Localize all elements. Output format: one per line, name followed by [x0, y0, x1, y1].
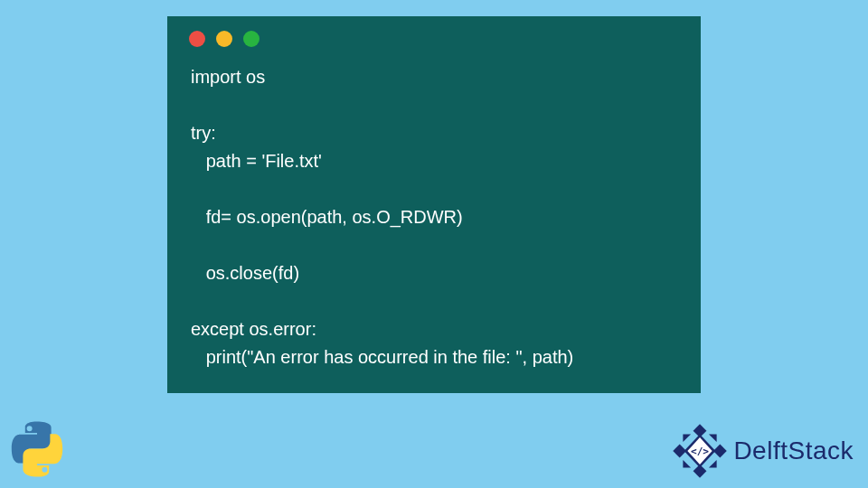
code-block: import os try: path = 'File.txt' fd= os.… — [167, 51, 701, 393]
svg-marker-7 — [709, 460, 717, 468]
python-logo-icon — [7, 419, 67, 479]
window-titlebar — [167, 16, 701, 51]
delftstack-logo-icon: </> — [672, 423, 728, 479]
maximize-icon[interactable] — [243, 31, 259, 47]
svg-text:</>: </> — [691, 446, 709, 457]
svg-marker-4 — [684, 434, 692, 442]
brand: </> DelftStack — [672, 423, 854, 479]
code-window: import os try: path = 'File.txt' fd= os.… — [167, 16, 701, 393]
close-icon[interactable] — [189, 31, 205, 47]
minimize-icon[interactable] — [216, 31, 232, 47]
svg-marker-6 — [684, 460, 692, 468]
svg-marker-5 — [709, 434, 717, 442]
brand-name: DelftStack — [733, 436, 854, 465]
